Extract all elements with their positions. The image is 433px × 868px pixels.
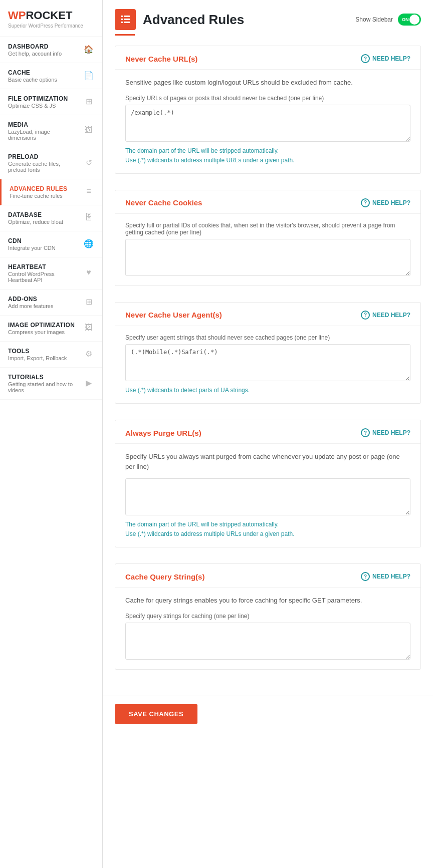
nav-text-cache: CACHE Basic cache options [8, 69, 79, 83]
nav-subtitle-image-optimization: Compress your images [8, 329, 79, 335]
need-help-label-always-purge-urls: NEED HELP? [372, 429, 410, 436]
sidebar-item-tutorials[interactable]: TUTORIALS Getting started and how to vid… [0, 368, 102, 400]
nav-text-database: DATABASE Optimize, reduce bloat [8, 211, 79, 225]
sidebar-item-add-ons[interactable]: ADD-ONS Add more features ⊞ [0, 290, 102, 316]
section-always-purge-urls: Always Purge URL(s) ? NEED HELP? Specify… [115, 420, 421, 547]
nav-title-cache: CACHE [8, 69, 79, 76]
sidebar-item-image-optimization[interactable]: IMAGE OPTIMIZATION Compress your images … [0, 316, 102, 342]
nav-title-image-optimization: IMAGE OPTIMIZATION [8, 322, 79, 329]
svg-rect-2 [121, 19, 123, 20]
textarea-never-cache-cookies[interactable] [125, 239, 410, 276]
logo-tagline: Superior WordPress Performance [8, 23, 94, 29]
sidebar-item-database[interactable]: DATABASE Optimize, reduce bloat 🗄 [0, 205, 102, 231]
nav-text-tools: TOOLS Import, Export, Rollback [8, 348, 79, 361]
sidebar-item-advanced-rules[interactable]: ADVANCED RULES Fine-tune cache rules ≡ [0, 179, 102, 205]
textarea-never-cache-urls[interactable]: /example(.*) [125, 105, 410, 142]
nav-subtitle-cdn: Integrate your CDN [8, 245, 79, 251]
sidebar-item-file-optimization[interactable]: FILE OPTIMIZATION Optimize CSS & JS ⊞ [0, 89, 102, 115]
nav-subtitle-preload: Generate cache files, preload fonts [8, 161, 79, 173]
hint-always-purge-urls: The domain part of the URL will be strip… [125, 520, 410, 539]
nav-title-preload: PRELOAD [8, 153, 79, 160]
section-header-never-cache-user-agents: Never Cache User Agent(s) ? NEED HELP? [115, 303, 420, 326]
advanced-rules-icon [115, 9, 136, 30]
help-icon-always-purge-urls: ? [361, 428, 370, 437]
need-help-cache-query-strings[interactable]: ? NEED HELP? [361, 572, 410, 581]
hint-never-cache-urls: The domain part of the URL will be strip… [125, 146, 410, 165]
save-button[interactable]: SAVE CHANGES [115, 704, 197, 724]
sidebar-item-heartbeat[interactable]: HEARTBEAT Control WordPress Heartbeat AP… [0, 257, 102, 290]
sidebar-item-tools[interactable]: TOOLS Import, Export, Rollback ⚙ [0, 342, 102, 368]
nav-title-add-ons: ADD-ONS [8, 296, 79, 303]
section-body-always-purge-urls: Specify URLs you always want purged from… [115, 444, 420, 547]
nav-subtitle-dashboard: Get help, account info [8, 51, 79, 57]
section-cache-query-strings: Cache Query String(s) ? NEED HELP? Cache… [115, 563, 421, 670]
nav-icon-media: 🖼 [83, 126, 94, 137]
section-never-cache-urls: Never Cache URL(s) ? NEED HELP? Sensitiv… [115, 46, 421, 174]
sidebar-item-dashboard[interactable]: DASHBOARD Get help, account info 🏠 [0, 37, 102, 63]
show-sidebar-label: Show Sidebar [355, 16, 393, 23]
save-bar: SAVE CHANGES [103, 696, 433, 732]
logo-rocket: ROCKET [26, 9, 72, 22]
textarea-cache-query-strings[interactable] [125, 623, 410, 660]
section-title-cache-query-strings: Cache Query String(s) [125, 572, 204, 581]
nav-icon-tutorials: ▶ [83, 378, 94, 389]
textarea-always-purge-urls[interactable] [125, 478, 410, 515]
nav-subtitle-file-optimization: Optimize CSS & JS [8, 103, 79, 109]
nav-subtitle-cache: Basic cache options [8, 77, 79, 83]
section-body-never-cache-cookies: Specify full or partial IDs of cookies t… [115, 214, 420, 285]
svg-rect-5 [124, 22, 130, 23]
nav-subtitle-media: LazyLoad, image dimensions [8, 129, 79, 141]
nav-icon-preload: ↺ [83, 158, 94, 169]
nav-text-media: MEDIA LazyLoad, image dimensions [8, 121, 79, 141]
need-help-always-purge-urls[interactable]: ? NEED HELP? [361, 428, 410, 437]
nav-subtitle-database: Optimize, reduce bloat [8, 219, 79, 225]
nav-icon-file-optimization: ⊞ [83, 97, 94, 108]
section-title-never-cache-urls: Never Cache URL(s) [125, 55, 197, 63]
need-help-never-cache-user-agents[interactable]: ? NEED HELP? [361, 311, 410, 320]
nav-subtitle-heartbeat: Control WordPress Heartbeat API [8, 271, 79, 283]
nav-text-image-optimization: IMAGE OPTIMIZATION Compress your images [8, 322, 79, 335]
section-body-never-cache-urls: Sensitive pages like custom login/logout… [115, 70, 420, 173]
help-icon-never-cache-user-agents: ? [361, 311, 370, 320]
sidebar-item-cdn[interactable]: CDN Integrate your CDN 🌐 [0, 231, 102, 257]
nav-subtitle-add-ons: Add more features [8, 303, 79, 309]
sidebar-item-preload[interactable]: PRELOAD Generate cache files, preload fo… [0, 147, 102, 179]
sidebar-item-media[interactable]: MEDIA LazyLoad, image dimensions 🖼 [0, 115, 102, 147]
svg-rect-3 [124, 19, 130, 20]
nav-icon-add-ons: ⊞ [83, 297, 94, 308]
nav-icon-tools: ⚙ [83, 349, 94, 360]
section-title-never-cache-cookies: Never Cache Cookies [125, 198, 202, 207]
sidebar-toggle[interactable]: ON [398, 14, 421, 26]
nav-text-dashboard: DASHBOARD Get help, account info [8, 43, 79, 57]
nav-title-cdn: CDN [8, 237, 79, 244]
help-icon-never-cache-urls: ? [361, 54, 370, 63]
content-area: Never Cache URL(s) ? NEED HELP? Sensitiv… [103, 36, 433, 696]
textarea-never-cache-user-agents[interactable]: (.*)Mobile(.*)Safari(.*) [125, 344, 410, 381]
sidebar-item-cache[interactable]: CACHE Basic cache options 📄 [0, 63, 102, 89]
section-header-never-cache-urls: Never Cache URL(s) ? NEED HELP? [115, 46, 420, 70]
need-help-never-cache-urls[interactable]: ? NEED HELP? [361, 54, 410, 63]
need-help-never-cache-cookies[interactable]: ? NEED HELP? [361, 198, 410, 207]
need-help-label-cache-query-strings: NEED HELP? [372, 573, 410, 580]
nav-title-tools: TOOLS [8, 348, 79, 355]
nav-subtitle-advanced-rules: Fine-tune cache rules [10, 193, 79, 199]
section-body-never-cache-user-agents: Specify user agent strings that should n… [115, 326, 420, 403]
nav-text-tutorials: TUTORIALS Getting started and how to vid… [8, 374, 79, 393]
toggle-on-label: ON [402, 17, 409, 22]
logo-wp: WP [8, 9, 26, 22]
nav-subtitle-tutorials: Getting started and how to videos [8, 381, 79, 393]
nav-icon-heartbeat: ♥ [83, 268, 94, 279]
field-label-never-cache-cookies: Specify full or partial IDs of cookies t… [125, 222, 410, 236]
nav-title-heartbeat: HEARTBEAT [8, 263, 79, 270]
nav-icon-cdn: 🌐 [83, 239, 94, 250]
nav-subtitle-tools: Import, Export, Rollback [8, 355, 79, 361]
section-header-always-purge-urls: Always Purge URL(s) ? NEED HELP? [115, 420, 420, 444]
help-icon-cache-query-strings: ? [361, 572, 370, 581]
need-help-label-never-cache-urls: NEED HELP? [372, 55, 410, 62]
desc-never-cache-urls: Sensitive pages like custom login/logout… [125, 78, 410, 88]
section-body-cache-query-strings: Cache for query strings enables you to f… [115, 588, 420, 669]
nav-icon-database: 🗄 [83, 213, 94, 224]
sidebar-nav: DASHBOARD Get help, account info 🏠 CACHE… [0, 37, 102, 400]
need-help-label-never-cache-user-agents: NEED HELP? [372, 312, 410, 319]
section-title-always-purge-urls: Always Purge URL(s) [125, 429, 201, 437]
